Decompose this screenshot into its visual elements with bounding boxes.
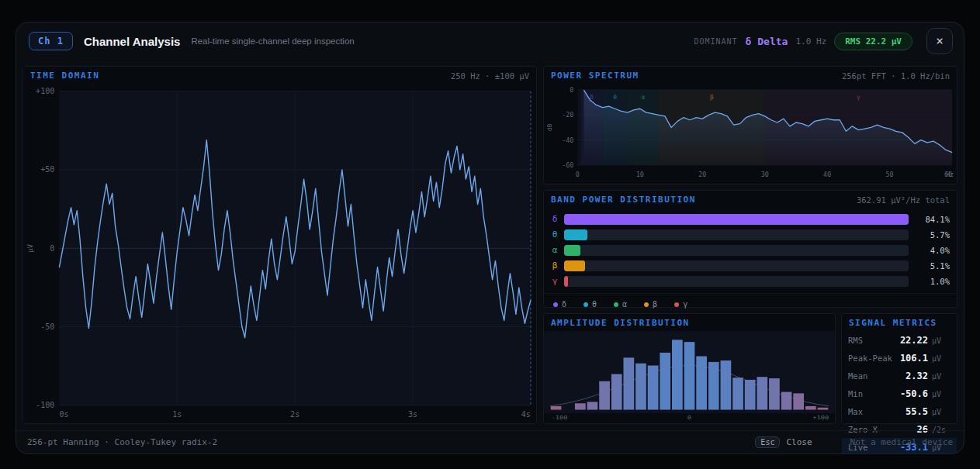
amplitude-distribution-title: AMPLITUDE DISTRIBUTION	[551, 318, 690, 328]
svg-text:+50: +50	[40, 166, 54, 174]
metric-value: 2.32	[906, 371, 928, 381]
band-row-γ: γ1.0%	[551, 275, 950, 287]
time-domain-panel: TIME DOMAIN 250 Hz · ±100 μV +100+500-50…	[23, 66, 537, 424]
metric-value: 22.22	[900, 335, 928, 346]
metric-label: RMS	[848, 336, 900, 345]
svg-text:Hz: Hz	[946, 171, 954, 178]
metric-row-min: Min-50.6μV	[842, 385, 957, 402]
svg-text:-50: -50	[40, 322, 54, 331]
band-power-header: BAND POWER DISTRIBUTION 362.91 μV²/Hz to…	[544, 191, 957, 208]
legend-label: α	[622, 300, 627, 309]
band-power-bars: δ84.1%θ5.7%α4.0%β5.1%γ1.0%	[544, 208, 957, 288]
svg-text:-100: -100	[36, 401, 54, 409]
metric-label: Max	[848, 407, 906, 416]
band-bar-fill	[564, 245, 580, 256]
power-spectrum-meta: 256pt FFT · 1.0 Hz/bin	[842, 71, 950, 81]
svg-text:β: β	[710, 94, 714, 101]
metric-row-max: Max55.5μV	[842, 402, 957, 420]
channel-badge: Ch 1	[29, 32, 73, 50]
power-spectrum-panel: POWER SPECTRUM 256pt FFT · 1.0 Hz/bin δθ…	[543, 66, 957, 184]
band-bar-track	[564, 276, 909, 287]
fft-window-info: 256-pt Hanning · Cooley-Tukey radix-2	[27, 437, 217, 447]
legend-label: θ	[592, 300, 597, 309]
close-button[interactable]: ×	[926, 28, 953, 54]
legend-item-α[interactable]: α	[614, 300, 627, 309]
metric-row-mean: Mean2.32μV	[842, 367, 957, 385]
metric-unit: μV	[932, 408, 951, 416]
svg-text:2s: 2s	[290, 410, 300, 419]
svg-text:-100: -100	[552, 415, 568, 421]
signal-metrics-header: SIGNAL METRICS	[842, 314, 957, 331]
band-power-panel: BAND POWER DISTRIBUTION 362.91 μV²/Hz to…	[543, 190, 957, 308]
band-power-meta: 362.91 μV²/Hz total	[857, 195, 950, 205]
legend-label: γ	[683, 300, 687, 309]
metric-value: 55.5	[906, 406, 928, 417]
band-bar-track	[564, 245, 909, 256]
svg-text:θ: θ	[613, 94, 617, 101]
time-domain-title: TIME DOMAIN	[30, 71, 99, 81]
band-bar-fill	[564, 229, 587, 240]
legend-dot	[553, 302, 558, 307]
legend-item-θ[interactable]: θ	[583, 300, 597, 309]
svg-text:20: 20	[698, 171, 706, 178]
page-subtitle: Real-time single-channel deep inspection	[191, 36, 354, 46]
svg-text:40: 40	[823, 171, 831, 178]
legend-item-γ[interactable]: γ	[674, 300, 687, 309]
dialog-content: TIME DOMAIN 250 Hz · ±100 μV +100+500-50…	[16, 60, 964, 430]
metric-row-rms: RMS22.22μV	[842, 331, 957, 349]
footer-close-group: Esc Close	[755, 436, 812, 448]
legend-dot	[674, 302, 679, 307]
amplitude-distribution-panel: AMPLITUDE DISTRIBUTION -1000+100	[543, 313, 836, 424]
svg-text:30: 30	[761, 171, 769, 178]
dialog-footer: 256-pt Hanning · Cooley-Tukey radix-2 Es…	[16, 430, 964, 453]
svg-text:4s: 4s	[521, 410, 531, 419]
svg-text:0: 0	[570, 86, 573, 94]
metric-label: Peak-Peak	[848, 353, 900, 363]
svg-text:0s: 0s	[59, 410, 68, 419]
legend-dot	[644, 302, 649, 307]
band-power-legend: δθαβγ	[544, 293, 957, 309]
band-symbol: δ	[551, 214, 559, 224]
disclaimer-text: Not a medical device	[850, 437, 953, 447]
signal-metrics-panel: SIGNAL METRICS RMS22.22μVPeak-Peak106.1μ…	[841, 313, 957, 424]
band-percent: 1.0%	[914, 277, 950, 286]
metric-unit: μV	[932, 390, 951, 398]
band-percent: 84.1%	[914, 215, 950, 224]
band-bar-fill	[564, 214, 909, 225]
footer-close-label[interactable]: Close	[786, 437, 812, 447]
channel-analysis-dialog: Ch 1 Channel Analysis Real-time single-c…	[16, 22, 964, 454]
metric-row-peak-peak: Peak-Peak106.1μV	[842, 349, 957, 367]
band-symbol: γ	[551, 276, 559, 286]
metric-unit: μV	[932, 336, 951, 345]
band-bar-track	[564, 229, 909, 240]
band-percent: 5.7%	[914, 230, 950, 240]
svg-text:γ: γ	[857, 94, 861, 101]
band-symbol: θ	[551, 229, 559, 240]
metric-label: Mean	[848, 371, 906, 381]
band-row-β: β5.1%	[551, 260, 950, 271]
legend-dot	[614, 302, 618, 307]
metric-unit: μV	[932, 372, 951, 381]
legend-item-δ[interactable]: δ	[553, 300, 566, 309]
band-bar-track	[564, 214, 909, 225]
svg-text:0: 0	[576, 171, 580, 178]
legend-item-β[interactable]: β	[644, 300, 657, 309]
svg-text:+100: +100	[36, 87, 54, 95]
band-symbol: α	[551, 245, 559, 255]
band-symbol: β	[551, 260, 559, 271]
rms-badge: RMS 22.2 μV	[834, 33, 912, 50]
svg-text:+100: +100	[812, 415, 829, 421]
metric-label: Min	[848, 389, 900, 398]
dialog-header: Ch 1 Channel Analysis Real-time single-c…	[16, 22, 964, 60]
dominant-label: DOMINANT	[694, 37, 737, 46]
signal-metrics-title: SIGNAL METRICS	[849, 318, 937, 328]
close-icon: ×	[936, 33, 944, 48]
metric-value: -50.6	[900, 388, 928, 399]
band-bar-fill	[564, 260, 585, 271]
svg-text:10: 10	[636, 171, 644, 178]
power-spectrum-header: POWER SPECTRUM 256pt FFT · 1.0 Hz/bin	[544, 67, 957, 84]
dominant-frequency: 1.0 Hz	[795, 36, 826, 47]
power-spectrum-title: POWER SPECTRUM	[551, 71, 639, 81]
esc-key-chip[interactable]: Esc	[755, 436, 780, 448]
amplitude-distribution-chart: -1000+100	[544, 331, 835, 423]
